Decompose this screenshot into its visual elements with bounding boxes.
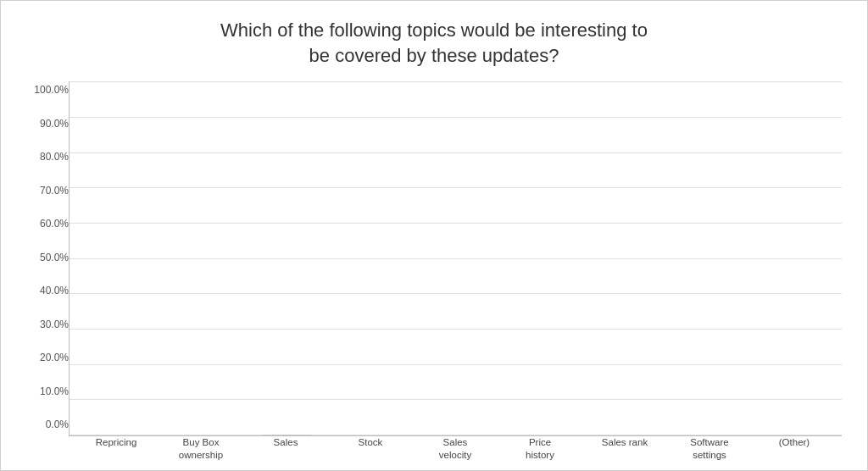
y-axis-label: 100.0% xyxy=(34,85,69,95)
x-labels-wrap: RepricingBuy BoxownershipSalesStockSales… xyxy=(69,436,842,462)
x-label-item: Softwaresettings xyxy=(670,436,748,462)
y-axis-label: 0.0% xyxy=(46,419,69,429)
y-axis-label: 30.0% xyxy=(40,319,69,330)
x-label: Sales xyxy=(274,436,298,462)
chart-container: Which of the following topics would be i… xyxy=(0,0,868,471)
x-label-item: Buy Boxownership xyxy=(162,436,240,462)
x-label-item: Salesvelocity xyxy=(416,436,494,462)
x-label-item: Stock xyxy=(331,436,409,462)
y-axis-label: 80.0% xyxy=(40,152,69,162)
bar xyxy=(262,435,311,435)
bars-and-grid xyxy=(69,81,842,436)
y-axis-label: 90.0% xyxy=(40,119,69,129)
y-axis-label: 40.0% xyxy=(40,285,69,296)
x-label: Salesvelocity xyxy=(439,436,471,462)
bar-group xyxy=(248,435,326,435)
chart-body: RepricingBuy BoxownershipSalesStockSales… xyxy=(69,81,842,462)
x-label-item: Repricing xyxy=(77,436,155,462)
x-label-item: (Other) xyxy=(755,436,833,462)
x-label-item: Sales rank xyxy=(586,436,664,462)
x-label: Sales rank xyxy=(602,436,648,462)
x-label: Buy Boxownership xyxy=(179,436,223,462)
y-axis-label: 60.0% xyxy=(40,219,69,229)
y-axis-label: 70.0% xyxy=(40,186,69,196)
bars-row xyxy=(70,81,842,435)
y-axis: 0.0%10.0%20.0%30.0%40.0%50.0%60.0%70.0%8… xyxy=(26,81,69,462)
y-axis-label: 20.0% xyxy=(40,352,69,363)
y-axis-label: 50.0% xyxy=(40,252,69,263)
x-label: Softwaresettings xyxy=(690,436,728,462)
chart-area: 0.0%10.0%20.0%30.0%40.0%50.0%60.0%70.0%8… xyxy=(26,81,842,462)
x-label-item: Pricehistory xyxy=(501,436,579,462)
y-axis-label: 10.0% xyxy=(40,386,69,396)
x-label: Repricing xyxy=(96,436,137,462)
x-label: Stock xyxy=(359,436,383,462)
chart-title: Which of the following topics would be i… xyxy=(220,18,648,68)
x-label: (Other) xyxy=(779,436,810,462)
x-label-item: Sales xyxy=(247,436,325,462)
x-label: Pricehistory xyxy=(526,436,554,462)
